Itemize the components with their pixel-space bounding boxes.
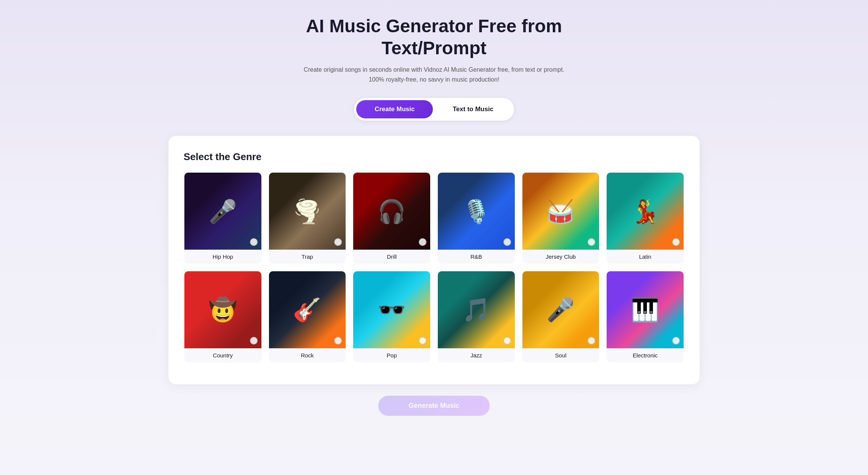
genre-card-pop[interactable]: Pop: [352, 271, 431, 363]
genre-grid-row2: Country Rock Pop Jazz: [184, 271, 684, 363]
genre-radio-hiphop[interactable]: [250, 238, 258, 246]
genre-card-rock[interactable]: Rock: [268, 271, 347, 363]
genre-radio-country[interactable]: [250, 337, 258, 344]
hero-subtitle: Create original songs in seconds online …: [301, 65, 567, 84]
genre-card-latin[interactable]: Latin: [606, 172, 684, 264]
tab-switcher: Create Music Text to Music: [354, 98, 514, 121]
genre-radio-rnb[interactable]: [503, 238, 511, 246]
generate-music-button[interactable]: Generate Music: [378, 396, 490, 416]
genre-section-title: Select the Genre: [184, 151, 684, 163]
genre-card-hiphop[interactable]: Hip Hop: [184, 172, 262, 264]
genre-radio-pop[interactable]: [419, 337, 426, 344]
genre-card-rnb[interactable]: R&B: [437, 172, 516, 264]
genre-label-hiphop: Hip Hop: [184, 250, 261, 264]
main-content-card: Select the Genre Hip Hop Trap Drill: [168, 136, 700, 384]
genre-label-latin: Latin: [607, 250, 684, 264]
genre-radio-soul[interactable]: [588, 337, 595, 344]
genre-label-pop: Pop: [353, 348, 430, 362]
genre-label-rnb: R&B: [438, 250, 515, 264]
tab-text-to-music[interactable]: Text to Music: [434, 100, 511, 118]
genre-label-jazz: Jazz: [438, 348, 515, 362]
genre-radio-jazz[interactable]: [503, 337, 511, 344]
genre-label-rock: Rock: [269, 348, 346, 362]
genre-radio-electronic[interactable]: [672, 337, 680, 344]
genre-label-jerseyclub: Jersey Club: [522, 250, 599, 264]
page-title: AI Music Generator Free from Text/Prompt: [263, 15, 605, 59]
genre-radio-rock[interactable]: [334, 337, 342, 344]
genre-card-jerseyclub[interactable]: Jersey Club: [522, 172, 600, 264]
genre-card-electronic[interactable]: Electronic: [606, 271, 684, 363]
genre-label-country: Country: [184, 348, 261, 362]
genre-label-trap: Trap: [269, 250, 346, 264]
genre-card-soul[interactable]: Soul: [522, 271, 600, 363]
genre-card-jazz[interactable]: Jazz: [437, 271, 516, 363]
genre-label-drill: Drill: [353, 250, 430, 264]
genre-radio-drill[interactable]: [419, 238, 426, 246]
genre-grid-row1: Hip Hop Trap Drill R&B: [184, 172, 684, 264]
genre-label-soul: Soul: [522, 348, 599, 362]
genre-card-country[interactable]: Country: [184, 271, 262, 363]
genre-card-drill[interactable]: Drill: [352, 172, 431, 264]
genre-label-electronic: Electronic: [607, 348, 684, 362]
genre-card-trap[interactable]: Trap: [268, 172, 347, 264]
tab-create-music[interactable]: Create Music: [356, 100, 433, 118]
genre-radio-latin[interactable]: [672, 238, 680, 246]
